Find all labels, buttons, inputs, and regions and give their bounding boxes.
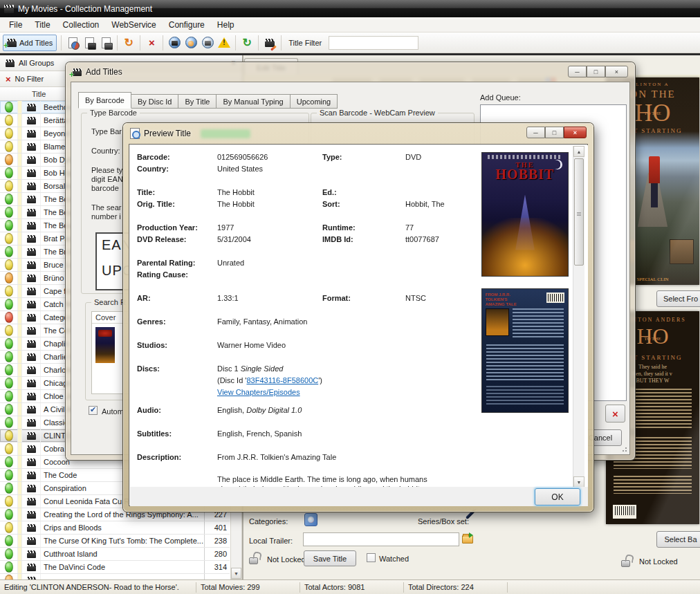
status-oval: [5, 180, 13, 192]
clapper-icon: [27, 196, 36, 203]
browse-folder-icon[interactable]: [462, 535, 473, 544]
refresh-button[interactable]: ↻: [240, 36, 254, 50]
disc-clapper-icon: [169, 37, 181, 48]
table-row[interactable]: The DaVinci Code 314: [0, 561, 230, 574]
status-oval: [5, 417, 13, 428]
select-front-button[interactable]: Select Fro: [656, 290, 700, 307]
row-title: Cutthroat Island: [41, 548, 204, 560]
studios-label: Studios:: [137, 341, 167, 349]
scroll-thumb[interactable]: [574, 158, 584, 266]
clapper-icon: [27, 393, 36, 400]
disc-id-link[interactable]: 83F43116-8F58600C: [246, 376, 318, 384]
preview-dialog-titlebar[interactable]: Preview Title: [123, 123, 593, 144]
table-row[interactable]: Crips and Bloods 401: [0, 521, 230, 535]
minimize-button[interactable]: ─: [526, 127, 545, 138]
close-button[interactable]: ×: [605, 66, 628, 77]
disc-clapper-button[interactable]: [167, 36, 181, 50]
ar-value: 1.33:1: [217, 294, 239, 302]
clapper-icon: [27, 314, 36, 322]
view-chapters-link[interactable]: View Chapters/Episodes: [217, 388, 300, 396]
lock-open-icon: [621, 560, 630, 567]
table-row[interactable]: Cutthroat Island 280: [0, 548, 230, 561]
maximize-button[interactable]: □: [587, 66, 605, 77]
scroll-down-icon[interactable]: ▼: [231, 568, 241, 579]
barcode-image: [613, 505, 636, 519]
scroll-up-icon[interactable]: ▲: [573, 146, 584, 157]
row-count: 401: [204, 521, 230, 534]
status-oval: [5, 522, 13, 533]
add-titles-dialog-icon: [73, 68, 82, 76]
save-document-button[interactable]: [82, 36, 96, 50]
rating-cause-label: Rating Cause:: [137, 270, 188, 279]
watched-checkbox[interactable]: [367, 553, 376, 562]
resize-grip[interactable]: [620, 445, 627, 452]
menu-item[interactable]: File: [3, 18, 28, 32]
row-title: [41, 574, 204, 579]
status-oval: [5, 443, 13, 454]
clapper-icon: [27, 130, 36, 138]
disc-light-button[interactable]: [201, 36, 214, 50]
clapper-icon: [27, 498, 36, 505]
add-titles-tab[interactable]: By Manual Typing: [217, 94, 290, 109]
edit-title-icon: [265, 39, 275, 47]
hobbit-front-cover-image: THE HOBBIT: [481, 152, 569, 277]
delete-title-button[interactable]: ×: [145, 36, 158, 50]
status-oval: [5, 141, 13, 152]
table-row[interactable]: The Curse Of King Tut's Tomb: The Comple…: [0, 535, 230, 548]
web-document-button[interactable]: [66, 36, 80, 50]
row-count: 280: [204, 548, 230, 560]
add-titles-tab[interactable]: Upcoming: [291, 94, 338, 109]
clapper-icon: [27, 380, 36, 387]
clapper-icon: [27, 419, 36, 427]
preview-vertical-scrollbar[interactable]: ▲ ▼: [573, 146, 584, 487]
add-titles-tab[interactable]: By Barcode: [78, 92, 131, 109]
format-value: NTSC: [405, 294, 426, 302]
subtitles-value: English, French, Spanish: [217, 429, 302, 438]
add-titles-button[interactable]: Add Titles: [3, 35, 57, 51]
orig-title-label: Orig. Title:: [137, 200, 175, 208]
warnings-button[interactable]: [217, 36, 231, 50]
table-row[interactable]: [0, 574, 230, 579]
clapper-icon: [27, 183, 36, 190]
group-selector-label: All Groups: [19, 59, 54, 67]
description-p1: From J.R.R. Tolkien's Amazing Tale: [217, 453, 336, 461]
save-title-button[interactable]: Save Title: [304, 550, 356, 566]
add-titles-tab[interactable]: By Disc Id: [131, 94, 179, 109]
status-oval: [5, 194, 13, 205]
scroll-down-icon[interactable]: ▼: [573, 476, 584, 487]
status-oval: [5, 286, 13, 297]
menu-item[interactable]: Collection: [57, 18, 106, 32]
edit-title-button[interactable]: [263, 36, 277, 50]
menu-item[interactable]: WebService: [105, 18, 162, 32]
close-button[interactable]: ×: [564, 127, 587, 138]
sync-button[interactable]: ↻: [122, 36, 136, 50]
add-titles-dialog-titlebar[interactable]: Add Titles: [66, 62, 635, 82]
status-oval: [5, 561, 13, 573]
categories-icon[interactable]: [304, 513, 317, 526]
status-total-movies: Total Movies: 299: [196, 582, 300, 593]
remove-queue-button[interactable]: ×: [605, 405, 625, 423]
automatic-checkbox[interactable]: [89, 406, 98, 415]
subtitles-label: Subtitles:: [137, 429, 172, 438]
clapper-icon: [27, 104, 36, 111]
orig-title-value: The Hobbit: [217, 200, 255, 208]
clapper-icon: [27, 366, 36, 374]
disc-web-button[interactable]: [184, 36, 198, 50]
status-oval: [5, 496, 13, 507]
clapper-icon: [27, 327, 36, 335]
export-document-button[interactable]: [99, 36, 113, 50]
title-filter-input[interactable]: [329, 36, 418, 50]
clapper-icon: [27, 275, 36, 282]
add-titles-tab[interactable]: By Title: [178, 94, 217, 109]
menu-item[interactable]: Help: [211, 18, 241, 32]
local-trailer-input[interactable]: [303, 532, 459, 546]
menu-item[interactable]: Configure: [163, 18, 211, 32]
search-result-cover-thumbnail[interactable]: [95, 327, 115, 363]
minimize-button[interactable]: ─: [568, 66, 587, 77]
select-back-button[interactable]: Select Ba: [656, 531, 700, 548]
ok-button[interactable]: OK: [535, 488, 580, 505]
menu-item[interactable]: Title: [28, 18, 56, 32]
title-value: The Hobbit: [217, 188, 255, 196]
status-oval: [5, 167, 13, 178]
maximize-button[interactable]: □: [545, 127, 564, 138]
